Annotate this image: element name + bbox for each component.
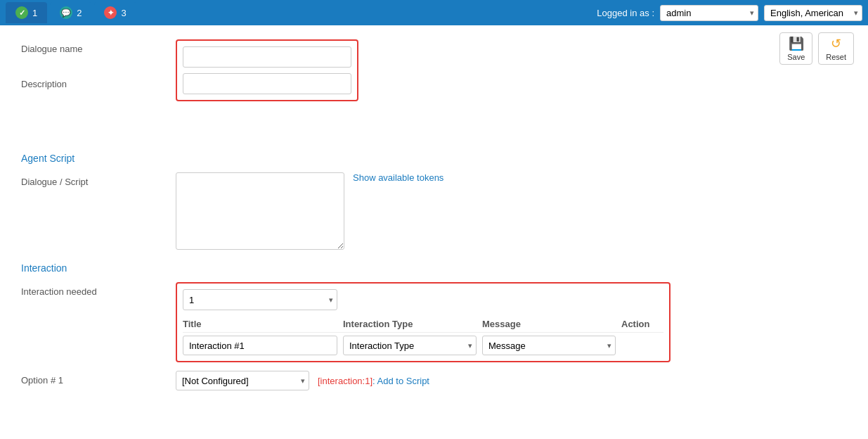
tab1-icon: ✓ [15,6,28,19]
dialogue-fields-group [176,39,358,101]
tab2-label: 2 [77,8,82,18]
description-label: Description [21,79,67,89]
tab3-icon: ✦ [104,6,117,19]
save-icon: 💾 [789,36,804,51]
interaction-fields-group: 1 Title Interaction Type Message Action [176,282,671,362]
dialogue-script-row: Dialogue / Script Show available tokens [21,172,847,250]
logged-in-label: Logged in as : [597,8,654,18]
col-type-header: Interaction Type [343,319,477,329]
interaction-table-header: Title Interaction Type Message Action [183,316,663,333]
tab3-label: 3 [121,8,126,18]
topbar: ✓ 1 💬 2 ✦ 3 Logged in as : admin English… [0,0,868,25]
interaction-count-wrapper[interactable]: 1 [183,289,337,310]
tab2-icon: 💬 [60,6,72,19]
interaction-needed-label: Interaction needed [21,286,97,297]
add-to-script-text: : Add to Script [373,376,429,386]
interaction-ref: [interaction:1] [318,376,373,386]
dialogue-script-textarea[interactable] [176,172,344,250]
language-select-wrapper[interactable]: English, American [764,5,862,21]
language-select[interactable]: English, American [764,5,862,21]
interaction-table: Title Interaction Type Message Action In… [183,316,663,355]
tab-3[interactable]: ✦ 3 [94,2,136,23]
dialogue-script-label: Dialogue / Script [21,177,88,187]
col-action-header: Action [621,319,663,329]
col-title-header: Title [183,319,337,329]
col-message-header: Message [482,319,616,329]
add-to-script-link[interactable]: [interaction:1]: Add to Script [318,376,429,386]
tab-2[interactable]: 💬 2 [50,2,91,23]
option1-row: Option # 1 [Not Configured] [interaction… [21,371,847,390]
show-tokens-link[interactable]: Show available tokens [353,172,443,183]
reset-label: Reset [826,53,846,61]
reset-button[interactable]: ↺ Reset [818,32,854,65]
option1-label: Option # 1 [21,375,63,386]
main-content: 💾 Save ↺ Reset Dialogue name Description… [0,25,868,439]
interaction-type-wrapper[interactable]: Interaction Type [343,336,477,355]
interaction-heading: Interaction [21,262,847,274]
toolbar: 💾 Save ↺ Reset [779,32,854,65]
user-select[interactable]: admin [660,5,758,21]
logged-in-area: Logged in as : admin English, American [597,5,862,21]
user-select-wrapper[interactable]: admin [660,5,758,21]
dialogue-name-input[interactable] [183,46,351,68]
not-configured-wrapper[interactable]: [Not Configured] [176,371,309,390]
save-label: Save [787,53,805,61]
save-button[interactable]: 💾 Save [779,32,812,65]
interaction-row-1: Interaction Type Message [183,336,663,355]
message-select[interactable]: Message [482,336,616,355]
tab1-label: 1 [32,8,37,18]
message-wrapper[interactable]: Message [482,336,616,355]
interaction-needed-row: Interaction needed 1 Title Interaction T… [21,282,847,362]
interaction-type-select[interactable]: Interaction Type [343,336,477,355]
not-configured-select[interactable]: [Not Configured] [176,371,309,390]
interaction-count-select[interactable]: 1 [183,289,337,310]
agent-script-heading: Agent Script [21,153,847,164]
interaction-title-input[interactable] [183,336,337,355]
description-input[interactable] [183,73,351,94]
reset-icon: ↺ [831,36,841,51]
tab-1[interactable]: ✓ 1 [6,2,47,23]
